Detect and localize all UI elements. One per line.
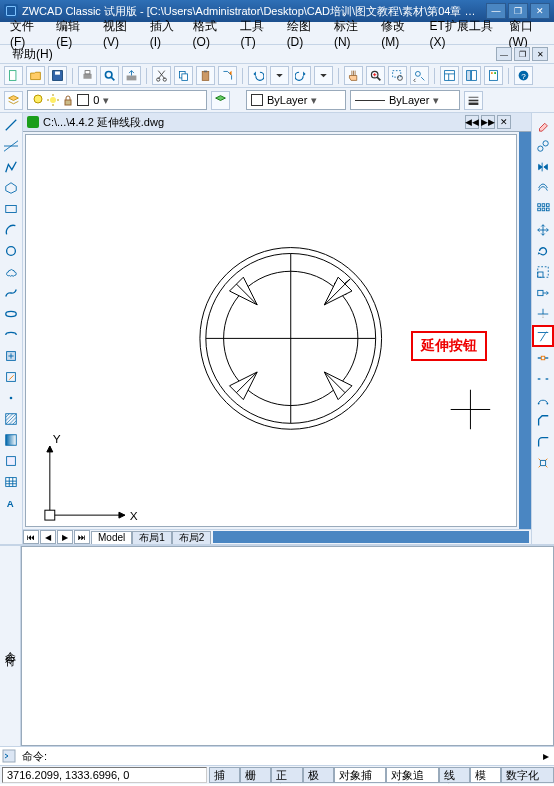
zoom-realtime-button[interactable] [366, 66, 385, 85]
menu-help[interactable]: 帮助(H) [6, 44, 59, 65]
document-tab[interactable]: C:\...\4.4.2 延伸线段.dwg ◀◀ ▶▶ ✕ [23, 113, 531, 132]
menu-et[interactable]: ET扩展工具(X) [424, 16, 501, 51]
break-tool[interactable] [533, 369, 553, 389]
rectangle-tool[interactable] [1, 199, 21, 219]
mdi-minimize-button[interactable]: — [496, 47, 512, 61]
menu-modify[interactable]: 修改(M) [375, 16, 421, 51]
menu-draw[interactable]: 绘图(D) [281, 16, 326, 51]
undo-dropdown[interactable] [270, 66, 289, 85]
copy-button[interactable] [174, 66, 193, 85]
array-tool[interactable] [533, 199, 553, 219]
menu-view[interactable]: 视图(V) [97, 16, 142, 51]
xline-tool[interactable] [1, 136, 21, 156]
explode-tool[interactable] [533, 453, 553, 473]
layer-previous-button[interactable] [211, 91, 230, 110]
preview-button[interactable] [100, 66, 119, 85]
tab-close-button[interactable]: ✕ [497, 115, 511, 129]
color-combo[interactable]: ByLayer [246, 90, 346, 110]
help-button[interactable]: ? [514, 66, 533, 85]
command-input[interactable] [51, 747, 538, 765]
tab-nav-first[interactable]: ⏮ [23, 530, 39, 544]
rotate-tool[interactable] [533, 241, 553, 261]
tab-nav-left[interactable]: ◀◀ [465, 115, 479, 129]
ellipse-tool[interactable] [1, 304, 21, 324]
redo-dropdown[interactable] [314, 66, 333, 85]
drawing-canvas[interactable]: X Y 延伸按钮 [25, 134, 517, 527]
ellipse-arc-tool[interactable] [1, 325, 21, 345]
copy-tool[interactable] [533, 136, 553, 156]
linetype-combo[interactable]: ByLayer [350, 90, 460, 110]
zoom-previous-button[interactable] [410, 66, 429, 85]
cut-button[interactable] [152, 66, 171, 85]
region-tool[interactable] [1, 451, 21, 471]
revcloud-tool[interactable] [1, 262, 21, 282]
polygon-tool[interactable] [1, 178, 21, 198]
tab-nav-last[interactable]: ⏭ [74, 530, 90, 544]
mirror-tool[interactable] [533, 157, 553, 177]
layer-combo[interactable]: 0 [27, 90, 207, 110]
mdi-restore-button[interactable]: ❐ [514, 47, 530, 61]
publish-button[interactable] [122, 66, 141, 85]
status-toggle-2[interactable]: 正交 [271, 767, 302, 783]
pan-button[interactable] [344, 66, 363, 85]
menu-insert[interactable]: 插入(I) [144, 16, 185, 51]
spline-tool[interactable] [1, 283, 21, 303]
status-toggle-3[interactable]: 极轴 [303, 767, 334, 783]
table-tool[interactable] [1, 472, 21, 492]
status-toggle-0[interactable]: 捕捉 [209, 767, 240, 783]
circle-tool[interactable] [1, 241, 21, 261]
gradient-tool[interactable] [1, 430, 21, 450]
design-center-button[interactable] [462, 66, 481, 85]
tool-palette-button[interactable] [484, 66, 503, 85]
polyline-tool[interactable] [1, 157, 21, 177]
command-history[interactable] [21, 546, 554, 746]
properties-button[interactable] [440, 66, 459, 85]
lineweight-button[interactable] [464, 91, 483, 110]
make-block-tool[interactable] [1, 367, 21, 387]
arc-tool[interactable] [1, 220, 21, 240]
trim-tool[interactable] [533, 304, 553, 324]
menu-dim[interactable]: 标注(N) [328, 16, 373, 51]
status-toggle-4[interactable]: 对象捕捉 [334, 767, 387, 783]
paste-button[interactable] [196, 66, 215, 85]
status-toggle-8[interactable]: 数字化仪 [501, 767, 554, 783]
command-options-button[interactable]: ▸ [538, 748, 554, 764]
mdi-close-button[interactable]: ✕ [532, 47, 548, 61]
move-tool[interactable] [533, 220, 553, 240]
tab-nav-prev[interactable]: ◀ [40, 530, 56, 544]
status-toggle-5[interactable]: 对象追踪 [386, 767, 439, 783]
canvas-vscroll[interactable] [519, 132, 531, 529]
offset-tool[interactable] [533, 178, 553, 198]
point-tool[interactable] [1, 388, 21, 408]
redo-button[interactable] [292, 66, 311, 85]
zoom-window-button[interactable] [388, 66, 407, 85]
stretch-tool[interactable] [533, 283, 553, 303]
match-button[interactable] [218, 66, 237, 85]
layout1-tab[interactable]: 布局1 [132, 531, 172, 544]
menu-window[interactable]: 窗口(W) [503, 16, 550, 51]
insert-block-tool[interactable] [1, 346, 21, 366]
hatch-tool[interactable] [1, 409, 21, 429]
new-button[interactable] [4, 66, 23, 85]
join-tool[interactable] [533, 390, 553, 410]
menu-format[interactable]: 格式(O) [187, 16, 233, 51]
erase-tool[interactable] [533, 115, 553, 135]
layout2-tab[interactable]: 布局2 [172, 531, 212, 544]
undo-button[interactable] [248, 66, 267, 85]
open-button[interactable] [26, 66, 45, 85]
extend-tool[interactable] [532, 325, 554, 347]
status-toggle-1[interactable]: 栅格 [240, 767, 271, 783]
canvas-hscroll[interactable] [213, 531, 529, 543]
break-at-point-tool[interactable] [533, 348, 553, 368]
tab-nav-next[interactable]: ▶ [57, 530, 73, 544]
layer-manager-button[interactable] [4, 91, 23, 110]
scale-tool[interactable] [533, 262, 553, 282]
tab-nav-right[interactable]: ▶▶ [481, 115, 495, 129]
menu-tools[interactable]: 工具(T) [234, 16, 278, 51]
model-tab[interactable]: Model [91, 531, 132, 544]
chamfer-tool[interactable] [533, 411, 553, 431]
fillet-tool[interactable] [533, 432, 553, 452]
line-tool[interactable] [1, 115, 21, 135]
status-toggle-6[interactable]: 线宽 [439, 767, 470, 783]
status-toggle-7[interactable]: 模型 [470, 767, 501, 783]
